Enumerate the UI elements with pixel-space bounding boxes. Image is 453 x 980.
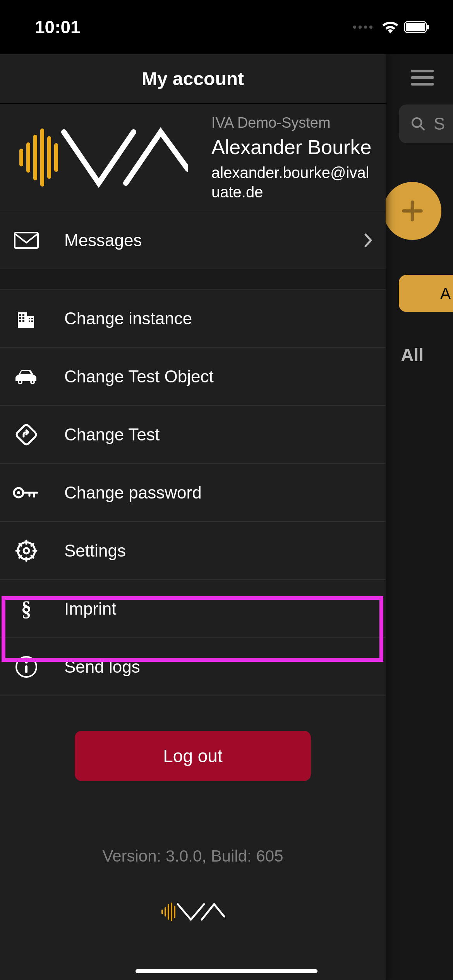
menu-item-change-test-object[interactable]: Change Test Object bbox=[0, 348, 386, 406]
svg-point-32 bbox=[24, 548, 29, 553]
svg-rect-13 bbox=[27, 316, 34, 328]
svg-line-39 bbox=[31, 544, 33, 546]
menu-item-label: Messages bbox=[64, 231, 142, 250]
key-icon bbox=[12, 486, 41, 500]
user-email: alexander.bourke@ivaluate.de bbox=[211, 163, 374, 202]
svg-rect-17 bbox=[22, 317, 24, 319]
svg-rect-23 bbox=[31, 320, 33, 322]
home-indicator bbox=[136, 969, 317, 973]
system-label: IVA Demo-System bbox=[211, 115, 374, 131]
filter-pill[interactable]: A bbox=[399, 275, 453, 312]
svg-rect-21 bbox=[31, 318, 33, 319]
svg-point-26 bbox=[19, 381, 21, 383]
svg-rect-18 bbox=[19, 320, 21, 322]
svg-rect-2 bbox=[427, 25, 429, 29]
menu-icon[interactable] bbox=[411, 70, 434, 86]
menu-item-label: Change password bbox=[64, 483, 202, 502]
battery-icon bbox=[404, 21, 430, 33]
menu-item-change-password[interactable]: Change password bbox=[0, 464, 386, 522]
add-button[interactable] bbox=[383, 182, 441, 240]
app-logo bbox=[12, 113, 194, 202]
building-icon bbox=[12, 308, 41, 329]
menu-item-label: Imprint bbox=[64, 599, 116, 618]
svg-line-40 bbox=[19, 556, 21, 558]
route-icon bbox=[12, 423, 41, 446]
svg-point-27 bbox=[32, 381, 34, 383]
svg-rect-14 bbox=[19, 314, 21, 316]
cellular-dots-icon bbox=[353, 26, 372, 29]
svg-rect-43 bbox=[25, 665, 27, 673]
svg-point-30 bbox=[17, 491, 20, 494]
car-icon bbox=[12, 368, 41, 385]
svg-line-4 bbox=[420, 126, 424, 130]
chevron-right-icon bbox=[364, 233, 372, 248]
svg-line-38 bbox=[31, 556, 33, 558]
search-icon bbox=[410, 116, 426, 132]
footer-logo bbox=[0, 900, 386, 923]
menu-item-label: Change Test Object bbox=[64, 367, 214, 386]
menu-item-messages[interactable]: Messages bbox=[0, 211, 386, 269]
svg-rect-11 bbox=[15, 233, 38, 248]
menu-item-change-test[interactable]: Change Test bbox=[0, 406, 386, 464]
user-name: Alexander Bourke bbox=[211, 135, 374, 159]
section-label-all: All bbox=[401, 344, 424, 365]
status-bar: 10:01 bbox=[0, 0, 453, 54]
menu-item-label: Send logs bbox=[64, 657, 140, 677]
plus-icon bbox=[399, 198, 426, 224]
svg-point-42 bbox=[25, 661, 28, 663]
version-label: Version: 3.0.0, Build: 605 bbox=[0, 847, 386, 865]
wifi-icon bbox=[382, 21, 399, 34]
menu-item-label: Settings bbox=[64, 541, 126, 560]
svg-rect-1 bbox=[406, 23, 425, 31]
menu-item-label: Change instance bbox=[64, 309, 192, 328]
page-title: My account bbox=[142, 68, 244, 89]
menu-item-settings[interactable]: Settings bbox=[0, 522, 386, 580]
svg-rect-19 bbox=[22, 320, 24, 322]
menu-item-change-instance[interactable]: Change instance bbox=[0, 290, 386, 348]
search-placeholder: S bbox=[434, 114, 445, 134]
gear-icon bbox=[12, 539, 41, 562]
menu-item-send-logs[interactable]: Send logs bbox=[0, 638, 386, 696]
svg-rect-22 bbox=[29, 320, 30, 322]
svg-rect-20 bbox=[29, 318, 30, 319]
svg-rect-15 bbox=[22, 314, 24, 316]
search-input[interactable]: S bbox=[399, 105, 453, 143]
drawer-header: My account bbox=[0, 54, 386, 104]
menu-item-imprint[interactable]: § Imprint bbox=[0, 580, 386, 638]
menu-item-label: Change Test bbox=[64, 425, 160, 444]
account-drawer: My account IVA D bbox=[0, 54, 386, 980]
mail-icon bbox=[12, 232, 41, 249]
status-time: 10:01 bbox=[35, 17, 81, 38]
svg-line-37 bbox=[19, 544, 21, 546]
info-icon bbox=[12, 655, 41, 678]
svg-rect-16 bbox=[19, 317, 21, 319]
section-sign-icon: § bbox=[12, 597, 41, 621]
profile-card: IVA Demo-System Alexander Bourke alexand… bbox=[0, 104, 386, 211]
logout-button[interactable]: Log out bbox=[75, 731, 311, 781]
